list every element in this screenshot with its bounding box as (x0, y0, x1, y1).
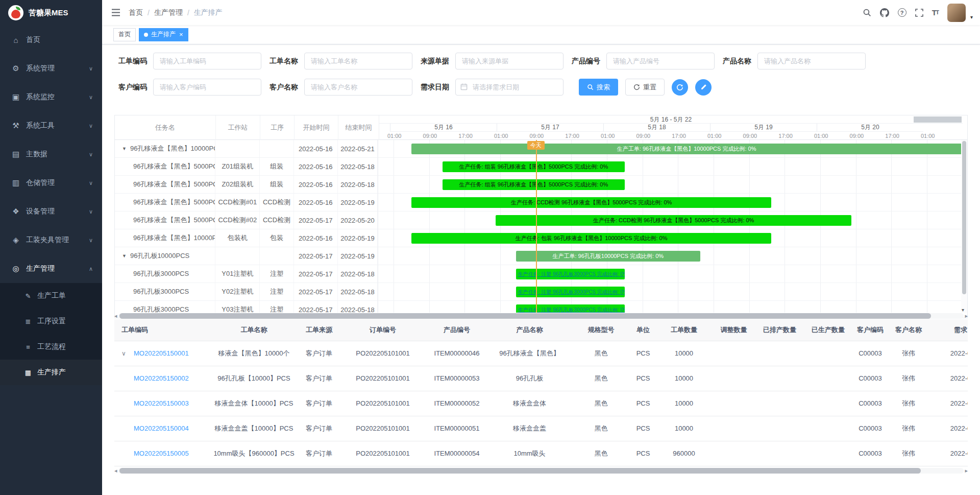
edit-circle-button[interactable] (695, 79, 712, 96)
tab-生产排产[interactable]: 生产排产× (139, 28, 188, 41)
gantt-zoom-block[interactable] (914, 116, 962, 123)
gantt-task-end: 2022-05-18 (338, 158, 378, 175)
orders-cell: PO202205101001 (339, 441, 426, 466)
reset-button-label: 重置 (643, 83, 656, 92)
orders-column-header: 单位 (630, 319, 656, 341)
scrollbar-track[interactable] (118, 468, 964, 474)
search-icon[interactable] (863, 8, 871, 17)
gantt-bar[interactable]: 生产任务: 注塑 96孔孔板3000PCS 完成比例: 0% (516, 287, 625, 297)
sidebar-subitem[interactable]: ≣工序设置 (0, 309, 102, 334)
gantt-task-row[interactable]: 96孔孔板3000PCSY03注塑机注塑2022-05-172022-05-18 (115, 301, 378, 313)
orders-cell: C00003 (852, 341, 888, 366)
orders-cell: 2022-05-22 (929, 341, 968, 366)
scroll-down-arrow-icon[interactable]: ▾ (962, 307, 964, 313)
breadcrumb-item[interactable]: 首页 (129, 8, 143, 17)
filter-input[interactable] (153, 53, 261, 69)
scroll-left-arrow-icon[interactable]: ◂ (114, 467, 117, 474)
filter-input[interactable] (757, 53, 866, 69)
fullscreen-icon[interactable] (915, 9, 923, 17)
gantt-task-row[interactable]: 96孔移液盒【黑色】5000PCSCCD检测#01CCD检测2022-05-16… (115, 194, 378, 211)
gantt-task-process: 包装 (260, 229, 294, 247)
sidebar-subitem[interactable]: ≡工艺流程 (0, 334, 102, 360)
github-icon[interactable] (880, 8, 889, 17)
order-code-link[interactable]: MO202205150002 (134, 374, 189, 382)
order-code-link[interactable]: MO202205150001 (134, 349, 189, 357)
scrollbar-track[interactable] (118, 313, 964, 319)
sidebar-item[interactable]: ◎生产管理∧ (0, 254, 102, 283)
sidebar-item[interactable]: ▥仓储管理∨ (0, 169, 102, 197)
scroll-left-arrow-icon[interactable]: ◂ (114, 313, 117, 319)
gantt-bar[interactable]: 生产任务: 注塑 96孔孔板3000PCS 完成比例: 0% (516, 304, 625, 313)
help-icon[interactable]: ? (898, 8, 906, 17)
order-code-link[interactable]: MO202205150005 (134, 450, 189, 457)
gantt-bar[interactable]: 生产任务: 组装 96孔移液盒【黑色】5000PCS 完成比例: 0% (443, 161, 625, 172)
breadcrumb-item[interactable]: 生产管理 (154, 8, 183, 17)
row-expand-icon[interactable]: ∨ (121, 350, 126, 357)
gantt-task-process: 注塑 (260, 283, 294, 300)
orders-cell: PO202205101001 (339, 416, 426, 441)
filter-input[interactable] (455, 53, 564, 69)
scrollbar-thumb[interactable] (962, 141, 966, 294)
gantt-horizontal-scrollbar[interactable]: ◂ ▸ (114, 313, 968, 319)
gantt-task-row[interactable]: 96孔移液盒【黑色】5000PCSZ02组装机组装2022-05-162022-… (115, 176, 378, 194)
scrollbar-thumb[interactable] (119, 468, 921, 474)
scroll-right-arrow-icon[interactable]: ▸ (965, 467, 968, 474)
sidebar-item[interactable]: ⚙系统管理∨ (0, 54, 102, 83)
gantt-bar[interactable]: 生产任务: CCD检测 96孔移液盒【黑色】5000PCS 完成比例: 0% (496, 215, 851, 226)
sidebar-item[interactable]: ⌂首页 (0, 26, 102, 54)
orders-table-row[interactable]: ∨MO202205150001移液盒【黑色】10000个客户订单PO202205… (114, 341, 968, 366)
expand-arrow-icon[interactable]: ▼ (122, 253, 127, 258)
expand-arrow-icon[interactable]: ▼ (122, 146, 127, 151)
orders-table-row[interactable]: MO20220515000296孔孔板【10000】PCS客户订单PO20220… (114, 366, 968, 391)
filter-input[interactable] (153, 79, 261, 96)
breadcrumb-item[interactable]: 生产排产 (194, 8, 223, 17)
filter-input[interactable] (304, 79, 412, 96)
font-size-icon[interactable]: TT (932, 8, 939, 17)
orders-table-row[interactable]: MO202205150003移液盒盒体【10000】PCS客户订单PO20220… (114, 391, 968, 416)
filter-field: 需求日期 (421, 79, 564, 96)
sidebar-item[interactable]: ◈工装夹具管理∨ (0, 226, 102, 254)
sidebar-item[interactable]: ❖设备管理∨ (0, 197, 102, 226)
filter-label: 来源单据 (421, 57, 449, 66)
refresh-circle-button[interactable] (672, 79, 688, 96)
sidebar-item[interactable]: ▣系统监控∨ (0, 83, 102, 111)
gantt-bar[interactable]: 生产任务: CCD检测 96孔移液盒【黑色】5000PCS 完成比例: 0% (411, 197, 771, 208)
user-avatar[interactable] (947, 4, 966, 22)
gantt-bar[interactable]: 生产任务: 组装 96孔移液盒【黑色】5000PCS 完成比例: 0% (443, 179, 625, 190)
table-horizontal-scrollbar[interactable]: ◂ ▸ (114, 467, 968, 474)
gantt-task-row[interactable]: 96孔移液盒【黑色】5000PCSCCD检测#02CCD检测2022-05-17… (115, 211, 378, 229)
gantt-vertical-scrollbar[interactable]: ▾ (961, 140, 967, 313)
tab-首页[interactable]: 首页 (113, 28, 136, 41)
filter-input[interactable] (304, 53, 412, 69)
gantt-task-process (260, 140, 294, 157)
gantt-task-row[interactable]: 96孔移液盒【黑色】10000PCS包装机包装2022-05-162022-05… (115, 229, 378, 247)
orders-cell: 2022-05-22 (929, 416, 968, 441)
order-code-link[interactable]: MO202205150004 (134, 425, 189, 432)
gantt-task-row[interactable]: ▼96孔移液盒【黑色】10000PCS2022-05-162022-05-21 (115, 140, 378, 158)
reset-button[interactable]: 重置 (625, 79, 665, 96)
scroll-right-arrow-icon[interactable]: ▸ (965, 313, 968, 319)
orders-table-row[interactable]: MO202205150004移液盒盒盖【10000】PCS客户订单PO20220… (114, 416, 968, 441)
orders-table-row[interactable]: MO20220515000510mm吸头【960000】PCS客户订单PO202… (114, 441, 968, 466)
gantt-bar[interactable]: 生产任务: 包装 96孔移液盒【黑色】10000PCS 完成比例: 0% (411, 233, 771, 244)
gantt-bar[interactable]: 生产任务: 注塑 96孔孔板3000PCS 完成比例: 0% (516, 269, 625, 279)
scrollbar-thumb[interactable] (119, 313, 931, 319)
search-button[interactable]: 搜索 (579, 79, 618, 96)
gantt-task-row[interactable]: 96孔移液盒【黑色】5000PCSZ01组装机组装2022-05-162022-… (115, 158, 378, 176)
gantt-bar[interactable]: 生产工单: 96孔孔板10000PCS 完成比例: 0% (516, 251, 700, 262)
date-input[interactable] (455, 79, 564, 96)
sidebar-subitem[interactable]: ▦生产排产 (0, 360, 102, 385)
filter-label: 产品名称 (723, 57, 751, 66)
gantt-task-row[interactable]: 96孔孔板3000PCSY01注塑机注塑2022-05-172022-05-18 (115, 265, 378, 283)
sidebar-item[interactable]: ⚒系统工具∨ (0, 111, 102, 140)
hamburger-icon[interactable] (102, 9, 129, 16)
tab-close-icon[interactable]: × (179, 31, 183, 38)
sidebar-subitem[interactable]: ✎生产工单 (0, 283, 102, 309)
gantt-task-row[interactable]: ▼96孔孔板10000PCS2022-05-172022-05-19 (115, 247, 378, 265)
sidebar-item[interactable]: ▤主数据∨ (0, 140, 102, 169)
order-code-link[interactable]: MO202205150003 (134, 399, 189, 407)
gantt-bar[interactable]: 生产工单: 96孔移液盒【黑色】10000PCS 完成比例: 0% (411, 144, 961, 154)
filter-input[interactable] (606, 53, 715, 69)
gantt-task-row[interactable]: 96孔孔板3000PCSY02注塑机注塑2022-05-172022-05-18 (115, 283, 378, 301)
app-logo[interactable]: 苦糖果MES (0, 0, 102, 26)
